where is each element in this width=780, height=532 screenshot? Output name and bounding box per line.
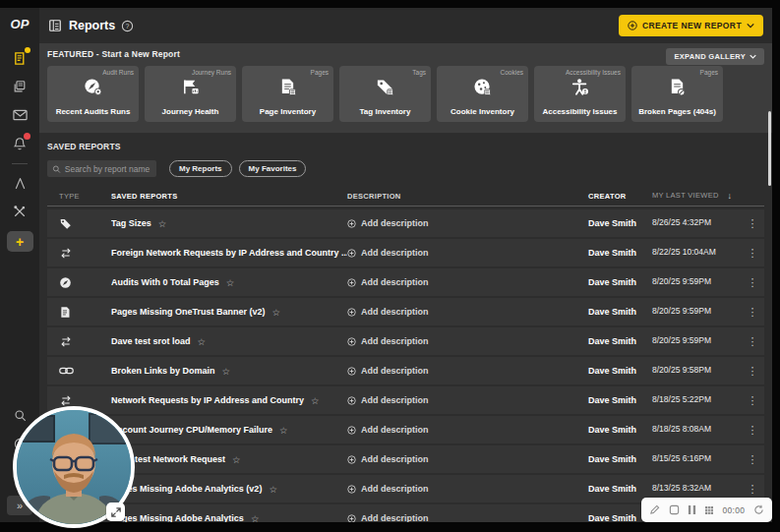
featured-card[interactable]: PagesBroken Pages (404s) (631, 66, 723, 122)
table-row[interactable]: Audits With 0 Total Pages☆Add descriptio… (47, 268, 764, 296)
op-logo: OP (11, 17, 30, 31)
pause-icon[interactable] (688, 504, 696, 515)
tools-icon[interactable] (7, 200, 32, 223)
vertical-scrollbar[interactable] (768, 111, 771, 186)
add-description-button[interactable]: Add description (347, 484, 588, 494)
report-name[interactable]: Pages Missing Adobe Analytics (111, 513, 244, 522)
card-label: Accessibility Issues (534, 107, 626, 116)
report-name[interactable]: Pages Missing OneTrust Banner (v2) (111, 307, 266, 317)
add-description-button[interactable]: Add description (347, 218, 588, 228)
featured-card[interactable]: Accessibility IssuesAccessibility Issues (534, 66, 626, 122)
expand-gallery-button[interactable]: EXPAND GALLERY (666, 48, 764, 65)
column-header-type[interactable]: TYPE (47, 192, 111, 201)
row-kebab-menu-icon[interactable]: ⋮ (741, 394, 764, 407)
favorite-star-icon[interactable]: ☆ (232, 454, 241, 465)
search-icon[interactable] (7, 403, 32, 427)
insights-icon[interactable] (7, 171, 32, 195)
add-description-button[interactable]: Add description (347, 336, 588, 346)
column-header-last-viewed[interactable]: MY LAST VIEWED (652, 191, 719, 201)
reports-icon[interactable] (7, 46, 32, 70)
favorite-star-icon[interactable]: ☆ (222, 366, 231, 377)
report-name[interactable]: Audits With 0 Total Pages (111, 277, 219, 287)
report-last-viewed: 8/20/25 9:59PM (652, 306, 719, 317)
saved-reports-table: Tag Sizes☆Add descriptionDave Smith8/26/… (47, 207, 764, 522)
saved-reports-controls: My ReportsMy Favorites (47, 160, 764, 177)
add-description-button[interactable]: Add description (347, 366, 588, 376)
table-row[interactable]: Tag Sizes☆Add descriptionDave Smith8/26/… (47, 209, 764, 237)
reports-badge-dot (25, 47, 30, 53)
table-row[interactable]: Account Journey CPU/Memory Failure☆Add d… (47, 416, 764, 443)
blur-tool-icon[interactable] (669, 504, 680, 515)
add-description-button[interactable]: Add description (347, 454, 588, 464)
favorite-star-icon[interactable]: ☆ (158, 218, 167, 229)
plus-circle-icon (347, 219, 356, 228)
plus-circle-icon (347, 249, 356, 258)
row-kebab-menu-icon[interactable]: ⋮ (741, 424, 764, 437)
sort-descending-icon[interactable]: ↓ (719, 191, 741, 201)
favorite-star-icon[interactable]: ☆ (272, 307, 281, 318)
report-search[interactable] (47, 160, 156, 177)
report-name[interactable]: Tag Sizes (111, 218, 151, 228)
filter-pill[interactable]: My Reports (169, 160, 232, 177)
featured-card[interactable]: TagsTag Inventory (339, 66, 431, 122)
add-description-label: Add description (361, 277, 429, 287)
saved-reports-title: SAVED REPORTS (47, 142, 764, 151)
row-kebab-menu-icon[interactable]: ⋮ (741, 483, 764, 496)
report-name[interactable]: Broken Links by Domain (111, 366, 215, 376)
favorite-star-icon[interactable]: ☆ (269, 484, 277, 495)
column-header-creator[interactable]: CREATOR (588, 192, 652, 201)
table-row[interactable]: Pages Missing OneTrust Banner (v2)☆Add d… (47, 298, 764, 325)
add-icon[interactable]: + (7, 231, 33, 252)
row-kebab-menu-icon[interactable]: ⋮ (741, 217, 764, 230)
report-creator: Dave Smith (588, 307, 652, 317)
add-description-button[interactable]: Add description (347, 307, 588, 317)
table-row[interactable]: Foreign Network Requests by IP Address a… (47, 239, 764, 266)
row-kebab-menu-icon[interactable]: ⋮ (741, 247, 764, 260)
table-row[interactable]: Network Requests by IP Address and Count… (47, 386, 764, 414)
featured-card[interactable]: Audit RunsRecent Audits Runs (47, 66, 139, 122)
column-header-description[interactable]: DESCRIPTION (347, 192, 588, 201)
table-row[interactable]: Dave test Network Request☆Add descriptio… (47, 445, 764, 473)
restart-icon[interactable] (753, 504, 764, 515)
report-search-input[interactable] (65, 164, 151, 174)
messages-icon[interactable] (7, 103, 32, 127)
favorite-star-icon[interactable]: ☆ (279, 425, 288, 436)
stop-icon[interactable] (704, 505, 714, 515)
draw-pencil-icon[interactable] (649, 504, 660, 515)
report-name[interactable]: Dave test srot load (111, 336, 191, 346)
report-name[interactable]: Pages Missing Adobe Analytics (v2) (111, 484, 262, 494)
expand-arrows-icon (111, 507, 121, 517)
table-row[interactable]: Broken Links by Domain☆Add descriptionDa… (47, 357, 764, 384)
row-kebab-menu-icon[interactable]: ⋮ (741, 365, 764, 378)
report-type-link-icon (47, 366, 111, 376)
row-kebab-menu-icon[interactable]: ⋮ (741, 276, 764, 289)
filter-pill[interactable]: My Favorites (239, 160, 307, 177)
favorite-star-icon[interactable]: ☆ (311, 395, 320, 406)
page-help-icon[interactable]: ? (121, 20, 134, 32)
row-kebab-menu-icon[interactable]: ⋮ (741, 335, 764, 348)
report-name[interactable]: Network Requests by IP Address and Count… (111, 395, 304, 405)
favorite-star-icon[interactable]: ☆ (226, 277, 235, 288)
add-description-button[interactable]: Add description (347, 513, 588, 522)
notifications-icon[interactable] (7, 132, 32, 155)
add-description-button[interactable]: Add description (347, 277, 588, 287)
table-row[interactable]: Dave test srot load☆Add descriptionDave … (47, 327, 764, 355)
webcam-expand-button[interactable] (106, 502, 125, 521)
favorite-star-icon[interactable]: ☆ (198, 336, 207, 347)
report-name[interactable]: Foreign Network Requests by IP Address a… (111, 248, 347, 258)
column-header-name[interactable]: SAVED REPORTS (111, 192, 347, 201)
row-kebab-menu-icon[interactable]: ⋮ (741, 306, 764, 319)
add-description-button[interactable]: Add description (347, 425, 588, 435)
add-description-button[interactable]: Add description (347, 395, 588, 405)
report-name[interactable]: Account Journey CPU/Memory Failure (111, 425, 272, 435)
add-description-button[interactable]: Add description (347, 248, 588, 258)
chevron-down-icon (747, 23, 754, 29)
featured-card[interactable]: Journey RunsJourney Health (145, 66, 236, 122)
featured-card[interactable]: PagesPage Inventory (242, 66, 333, 122)
create-new-report-button[interactable]: CREATE NEW REPORT (619, 15, 763, 36)
library-icon[interactable] (7, 75, 32, 98)
topbar: Reports ? CREATE NEW REPORT (39, 8, 772, 43)
row-kebab-menu-icon[interactable]: ⋮ (741, 453, 764, 466)
featured-card[interactable]: CookiesCookie Inventory (437, 66, 528, 122)
favorite-star-icon[interactable]: ☆ (251, 513, 260, 523)
